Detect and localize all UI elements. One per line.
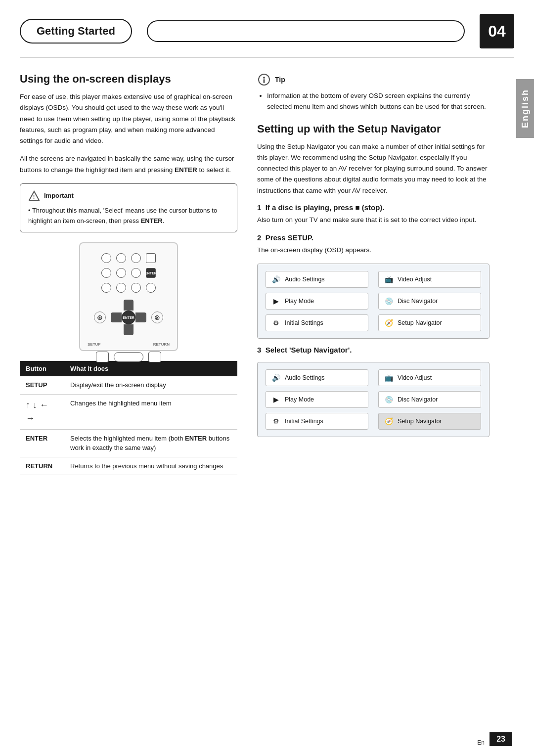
osd-item-audio-settings: 🔊 Audio Settings	[266, 271, 368, 288]
osd2-item-disc-navigator: 💿 Disc Navigator	[378, 391, 481, 408]
initial-settings-icon: ⚙	[271, 318, 281, 328]
osd-item-label: Setup Navigator	[398, 418, 442, 425]
step-1: 1 If a disc is playing, press ■ (stop). …	[257, 203, 490, 225]
tip-header: Tip	[257, 73, 490, 87]
osd-item-label: Initial Settings	[285, 319, 323, 326]
osd-item-label: Audio Settings	[285, 374, 325, 381]
remote-row-1	[101, 253, 156, 263]
step-2: 2 Press SETUP. The on-screen display (OS…	[257, 233, 490, 256]
tip-box: Tip Information at the bottom of every O…	[257, 73, 490, 113]
row-desc: Returns to the previous menu without sav…	[64, 457, 237, 475]
audio-settings-icon: 🔊	[271, 274, 281, 284]
setup-navigator-icon: 🧭	[384, 318, 394, 328]
remote-row-3	[101, 283, 156, 293]
col-button: Button	[20, 361, 64, 376]
osd-item-label: Play Mode	[285, 298, 314, 305]
col-desc: What it does	[64, 361, 237, 376]
step3-title: 3 Select 'Setup Navigator'.	[257, 346, 490, 354]
svg-text:!: !	[33, 194, 35, 200]
remote-bottom-btn	[148, 352, 161, 362]
header-center-bar	[147, 20, 465, 42]
step-3: 3 Select 'Setup Navigator'.	[257, 346, 490, 354]
dpad-right	[135, 312, 146, 322]
row-button: ENTER	[20, 429, 64, 457]
remote-circle-btn: ⊗	[151, 311, 163, 323]
osd-item-video-adjust: 📺 Video Adjust	[378, 271, 481, 288]
step3-number: 3	[257, 346, 266, 354]
osd2-item-audio-settings: 🔊 Audio Settings	[266, 369, 368, 386]
language-label: English	[516, 79, 534, 138]
remote-btn	[116, 283, 126, 293]
page-header: Getting Started 04	[0, 5, 534, 57]
osd-item-label: Video Adjust	[398, 374, 432, 381]
initial-settings-icon-2: ⚙	[271, 416, 281, 426]
section1-title: Using the on-screen displays	[20, 73, 237, 86]
osd-display-1: 🔊 Audio Settings 📺 Video Adjust ▶ Play M…	[257, 264, 490, 339]
play-mode-icon-2: ▶	[271, 395, 281, 404]
tip-item: Information at the bottom of every OSD s…	[267, 90, 490, 113]
video-adjust-icon-2: 📺	[384, 373, 394, 383]
return-label: RETURN	[153, 342, 170, 347]
video-adjust-icon: 📺	[384, 274, 394, 284]
disc-navigator-icon-2: 💿	[384, 395, 394, 404]
step1-title: 1 If a disc is playing, press ■ (stop).	[257, 203, 490, 212]
remote-image: ENTER ⊛	[79, 242, 178, 351]
remote-dpad-row: ⊛ ENTER ⊗	[94, 298, 163, 337]
row-desc: Changes the highlighted menu item	[64, 394, 237, 429]
audio-settings-icon-2: 🔊	[271, 373, 281, 383]
row-button: SETUP	[20, 376, 64, 394]
osd-item-label: Audio Settings	[285, 276, 325, 283]
chapter-number: 04	[480, 14, 514, 48]
osd-item-label: Initial Settings	[285, 418, 323, 425]
osd-display-2: 🔊 Audio Settings 📺 Video Adjust ▶ Play M…	[257, 362, 490, 437]
osd2-item-play-mode: ▶ Play Mode	[266, 391, 368, 408]
osd-item-disc-navigator: 💿 Disc Navigator	[378, 293, 481, 310]
section1-para1: For ease of use, this player makes exten…	[20, 91, 237, 146]
tip-icon	[257, 73, 271, 87]
remote-btn	[131, 253, 141, 263]
step2-title: 2 Press SETUP.	[257, 233, 490, 242]
remote-bottom-btn	[96, 352, 109, 362]
page-number: 23	[490, 732, 512, 746]
setup-label: SETUP	[88, 342, 101, 347]
svg-rect-4	[264, 79, 265, 83]
important-box: ! Important • Throughout this manual, 'S…	[20, 183, 237, 233]
osd-item-play-mode: ▶ Play Mode	[266, 293, 368, 310]
step1-body: Also turn on your TV and make sure that …	[257, 215, 490, 225]
osd-item-label: Disc Navigator	[398, 396, 438, 403]
osd-item-label: Play Mode	[285, 396, 314, 403]
section1-para2: All the screens are navigated in basical…	[20, 153, 237, 176]
dpad-up	[124, 300, 134, 311]
remote-btn	[101, 253, 111, 263]
remote-bottom-row	[96, 352, 161, 362]
main-content: Using the on-screen displays For ease of…	[0, 58, 534, 485]
warning-icon: !	[28, 190, 40, 202]
osd-item-setup-navigator: 🧭 Setup Navigator	[378, 314, 481, 331]
important-body: • Throughout this manual, 'Select' means…	[28, 206, 229, 226]
row-button: ↑ ↓ ← →	[20, 394, 64, 429]
remote-btn	[131, 268, 141, 278]
osd-item-initial-settings: ⚙ Initial Settings	[266, 314, 368, 331]
osd-item-label: Video Adjust	[398, 276, 432, 283]
remote-row-2: ENTER	[101, 268, 156, 278]
remote-btn	[101, 268, 111, 278]
row-desc: Selects the highlighted menu item (both …	[64, 429, 237, 457]
dpad-center: ENTER	[122, 311, 135, 324]
remote-dpad: ENTER	[109, 298, 148, 337]
page-lang: En	[477, 739, 485, 746]
remote-gear-btn: ⊛	[94, 311, 106, 323]
important-label: Important	[44, 192, 74, 199]
left-column: Using the on-screen displays For ease of…	[20, 73, 237, 475]
osd2-item-setup-navigator-highlighted: 🧭 Setup Navigator	[378, 413, 481, 430]
dpad-left	[111, 312, 122, 322]
remote-btn	[101, 283, 111, 293]
tip-label: Tip	[275, 76, 285, 84]
right-column: Tip Information at the bottom of every O…	[257, 73, 514, 475]
osd-item-label: Disc Navigator	[398, 298, 438, 305]
remote-btn	[146, 283, 156, 293]
osd-item-label: Setup Navigator	[398, 319, 442, 326]
table-row: ENTER Selects the highlighted menu item …	[20, 429, 237, 457]
step2-body: The on-screen display (OSD) appears.	[257, 245, 490, 256]
remote-enter-btn: ENTER	[146, 268, 156, 278]
table-body: SETUP Display/exit the on-screen display…	[20, 376, 237, 475]
